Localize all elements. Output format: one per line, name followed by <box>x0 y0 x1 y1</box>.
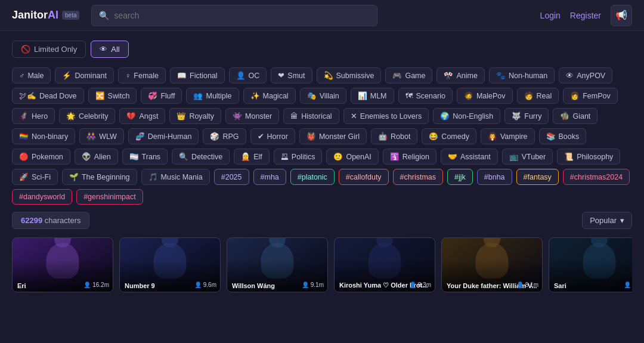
tag-button[interactable]: 💔Angst <box>119 108 165 124</box>
tag-button[interactable]: #2025 <box>214 169 249 185</box>
character-card[interactable]: Your Duke father: William V...👤8.1m <box>441 237 543 292</box>
tag-button[interactable]: 🐺Furry <box>504 108 549 124</box>
tag-button[interactable]: 🔀Switch <box>88 88 137 104</box>
tag-button[interactable]: 😂Comedy <box>422 128 476 144</box>
tag-button[interactable]: 👤OC <box>229 67 267 84</box>
tag-emoji: 🕊✍ <box>19 91 36 100</box>
tag-button[interactable]: 👥Multiple <box>186 88 239 104</box>
register-button[interactable]: Register <box>570 11 601 20</box>
tag-button[interactable]: 🔴Pokemon <box>12 149 70 165</box>
tag-button[interactable]: 🎵Music Mania <box>141 169 210 185</box>
tag-button[interactable]: #christmas <box>393 169 443 185</box>
tag-button[interactable]: 🚀Sci-Fi <box>12 169 58 185</box>
tag-button[interactable]: 🧛Vampire <box>481 128 535 144</box>
tag-label: Music Mania <box>161 173 203 181</box>
tag-button[interactable]: 👹Monster Girl <box>299 128 367 144</box>
tag-button[interactable]: 🧔MalePov <box>457 88 513 104</box>
tag-button[interactable]: 📊MLM <box>351 88 394 104</box>
character-card[interactable]: Sari👤7.8m <box>549 237 632 292</box>
character-card[interactable]: Kiroshi Yuma ♡ Older brot...👤8.3m <box>334 237 435 292</box>
tag-button[interactable]: 👭WLW <box>79 128 124 144</box>
tag-button[interactable]: 🧌Giant <box>553 108 597 124</box>
tag-button[interactable]: #genshinimpact <box>76 189 143 205</box>
tag-button[interactable]: 💞Fluff <box>141 88 182 104</box>
tag-button[interactable]: 📖Fictional <box>170 67 225 84</box>
tag-button[interactable]: ✔Horror <box>250 128 295 144</box>
tag-button[interactable]: #fantasy <box>516 169 559 185</box>
tag-label: MalePov <box>476 92 506 100</box>
tag-label: Angst <box>139 112 158 120</box>
sort-dropdown[interactable]: Popular ▾ <box>582 212 632 229</box>
character-card[interactable]: Eri👤16.2m <box>12 237 113 292</box>
tag-emoji: 🎭 <box>307 91 317 100</box>
tag-button[interactable]: ♀Female <box>118 67 166 84</box>
tag-button[interactable]: 🤖Robot <box>371 128 417 144</box>
tag-button[interactable]: 🐾Non-human <box>489 67 555 84</box>
tag-button[interactable]: 👽Alien <box>75 149 118 165</box>
tag-label: AnyPOV <box>577 72 605 80</box>
tag-button[interactable]: 🗳Politics <box>274 149 323 165</box>
tag-button[interactable]: #mha <box>253 169 286 185</box>
tag-button[interactable]: 📚Books <box>539 128 587 144</box>
tag-label: Non-human <box>509 72 547 80</box>
tag-button[interactable]: 🙂OpenAI <box>326 149 378 165</box>
tag-button[interactable]: 🌟Celebrity <box>59 108 115 124</box>
tag-label: Magical <box>263 92 289 100</box>
tag-button[interactable]: #jjk <box>447 169 473 185</box>
tag-button[interactable]: #callofduty <box>339 169 389 185</box>
tag-button[interactable]: 📺VTuber <box>502 149 553 165</box>
limited-only-button[interactable]: 🚫 Limited Only <box>12 41 86 58</box>
tag-button[interactable]: 🗺Scenario <box>398 88 453 104</box>
tag-button[interactable]: ⚡Dominant <box>55 67 114 84</box>
search-bar[interactable]: 🔍 <box>91 5 377 26</box>
search-input[interactable] <box>114 11 370 20</box>
tag-button[interactable]: 🌱The Beginning <box>62 169 137 185</box>
notification-button[interactable]: 📢 <box>611 5 632 26</box>
stats-number: 16.2m <box>92 282 109 288</box>
tag-button[interactable]: 🦸Hero <box>12 108 55 124</box>
tag-label: Assistant <box>460 153 491 161</box>
tag-button[interactable]: 🏛Historical <box>283 108 339 124</box>
tag-button[interactable]: 🏳‍⚧Trans <box>122 149 168 165</box>
tag-button[interactable]: 🧬Demi-Human <box>128 128 199 144</box>
all-button[interactable]: 👁 All <box>91 41 128 58</box>
character-card[interactable]: Willson Wáng👤9.1m <box>227 237 328 292</box>
tag-button[interactable]: ♂Male <box>12 67 51 84</box>
tag-button[interactable]: 🕊✍Dead Dove <box>12 88 84 104</box>
login-button[interactable]: Login <box>540 11 561 20</box>
tag-button[interactable]: 🎌Anime <box>436 67 484 84</box>
tag-button[interactable]: ✕Enemies to Lovers <box>343 108 429 124</box>
tag-emoji: 💫 <box>324 71 333 80</box>
people-icon: 👤 <box>302 282 309 288</box>
tag-button[interactable]: #dandysworld <box>12 189 72 205</box>
tag-button[interactable]: 👑Royalty <box>169 108 221 124</box>
sort-label: Popular <box>590 216 617 225</box>
tag-button[interactable]: #christmas2024 <box>563 169 630 185</box>
tag-button[interactable]: 🧝Elf <box>234 149 270 165</box>
tag-button[interactable]: 🏳‍🌈Non-binary <box>12 128 75 144</box>
tag-button[interactable]: 🎮Game <box>385 67 432 84</box>
tag-button[interactable]: 🎭Villain <box>300 88 346 104</box>
tag-button[interactable]: ❤Smut <box>271 67 312 84</box>
tag-button[interactable]: 📜Philosophy <box>557 149 620 165</box>
tag-label: Male <box>27 72 44 80</box>
tag-button[interactable]: 💫Submissive <box>317 67 382 84</box>
tag-button[interactable]: 👩FemPov <box>563 88 618 104</box>
tag-button[interactable]: 🔍Detective <box>172 149 230 165</box>
tag-button[interactable]: 🤝Assistant <box>441 149 498 165</box>
card-label: Sari <box>549 280 632 292</box>
tag-button[interactable]: 🛐Religion <box>383 149 436 165</box>
tag-button[interactable]: #bnha <box>477 169 512 185</box>
tag-emoji: ✔ <box>258 132 264 141</box>
tag-button[interactable]: 👾Monster <box>225 108 279 124</box>
tag-button[interactable]: 🎲RPG <box>203 128 246 144</box>
tag-label: Robot <box>391 132 410 141</box>
tag-label: Giant <box>572 112 590 120</box>
character-card[interactable]: Number 9👤9.6m <box>119 237 221 292</box>
tag-button[interactable]: #platonic <box>290 169 335 185</box>
tag-label: Anime <box>456 72 477 80</box>
tag-button[interactable]: 🌍Non-English <box>433 108 500 124</box>
tag-button[interactable]: ✨Magical <box>243 88 296 104</box>
tag-button[interactable]: 🧑Real <box>517 88 559 104</box>
tag-button[interactable]: 👁AnyPOV <box>559 67 612 84</box>
